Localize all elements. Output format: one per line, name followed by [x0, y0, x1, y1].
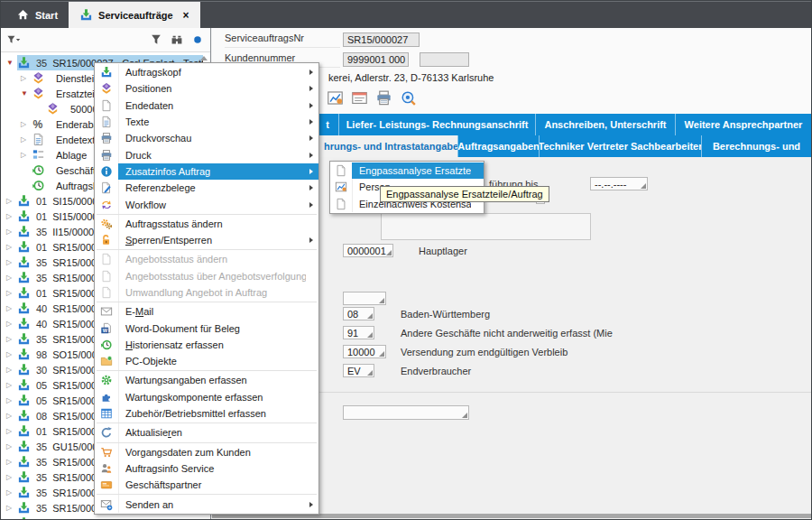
tree-row-status: 01 [36, 196, 47, 207]
expander-icon[interactable] [6, 505, 17, 512]
context-menu-item[interactable]: Zusatzinfos Auftrag [95, 163, 318, 180]
expander-icon[interactable] [21, 152, 32, 159]
scroll-up-arrow-icon[interactable] [200, 56, 208, 60]
context-menu-item[interactable]: Historiensatz erfassen [95, 337, 318, 353]
filter-dropdown-icon[interactable] [6, 33, 26, 46]
context-menu-item[interactable]: Sperren/Entsperren [95, 232, 318, 248]
tree-row-label: Ablage [56, 150, 87, 161]
context-menu-item[interactable]: Endedaten [95, 98, 318, 114]
expander-icon[interactable] [6, 382, 17, 389]
geschaeftsart-field[interactable]: 91 [343, 326, 374, 339]
expander-icon[interactable] [6, 60, 17, 67]
menu-item-label: Referenzbelege [125, 182, 306, 193]
verbraucher-field[interactable]: EV [343, 364, 374, 377]
horizontal-scrollbar[interactable] [212, 514, 811, 518]
expander-icon[interactable] [6, 474, 17, 481]
order-icon [17, 271, 31, 284]
window-tab[interactable]: Serviceaufträge × [69, 2, 200, 28]
printer-icon[interactable] [375, 89, 392, 107]
expander-icon[interactable] [6, 290, 17, 297]
context-menu-item[interactable]: Workflow [95, 196, 318, 212]
expander-icon[interactable] [21, 121, 32, 128]
context-menu-item[interactable]: Auftragsinfo Service [95, 460, 318, 477]
expander-icon[interactable] [6, 213, 17, 220]
close-icon[interactable]: × [183, 9, 189, 22]
context-menu-item[interactable]: Auftragsstatus ändern [95, 216, 318, 232]
context-menu-item[interactable]: Aktualisieren [95, 424, 318, 441]
expander-icon[interactable] [6, 274, 17, 282]
expander-icon[interactable] [21, 90, 32, 98]
expander-icon[interactable] [21, 136, 32, 144]
context-menu-item[interactable]: Zubehör/Betriebsmittel erfassen [95, 405, 318, 422]
kundennummer-suffix-field[interactable] [420, 52, 469, 67]
empty-text-box[interactable] [381, 213, 591, 240]
menu-item-label: Positionen [125, 83, 306, 94]
detail-tab[interactable]: Techniker Vertreter Sachbearbeiter [539, 135, 701, 157]
order-icon [17, 378, 31, 392]
record-icon[interactable] [190, 33, 205, 46]
expander-icon[interactable] [6, 320, 17, 328]
detail-tab[interactable]: Berechnungs- und [701, 135, 811, 157]
search-binoculars-icon[interactable] [170, 33, 184, 46]
expander-icon[interactable] [6, 259, 17, 266]
context-menu-item[interactable]: PC-Objekte [95, 353, 318, 369]
expander-icon[interactable] [6, 244, 17, 251]
bottom-combo-field[interactable] [343, 405, 469, 420]
context-menu-item[interactable]: Druck [95, 146, 318, 162]
context-menu-item[interactable]: Texte [95, 114, 318, 130]
expander-icon[interactable] [6, 397, 17, 404]
expander-icon[interactable] [21, 75, 32, 82]
order-icon [17, 56, 31, 70]
ausfuehrung-bis-date-field[interactable]: --.--.---- [590, 177, 648, 190]
region-field[interactable]: 08 [343, 307, 374, 320]
verfahren-field[interactable]: 10000 [343, 345, 386, 358]
empty-combo-field[interactable] [343, 292, 386, 305]
tree-row-status: 35 [36, 441, 47, 452]
detail-tab[interactable]: Anschreiben, Unterschrift [535, 114, 675, 135]
context-menu-item[interactable]: W Word-Dokument für Beleg [95, 320, 318, 336]
expander-icon[interactable] [6, 305, 17, 312]
expander-icon[interactable] [6, 228, 17, 236]
expander-icon[interactable] [6, 336, 17, 343]
serviceauftrag-field[interactable]: SR15/000027 [343, 32, 420, 47]
expander-icon[interactable] [6, 367, 17, 374]
lager-field[interactable]: 0000001 [343, 244, 393, 257]
tree-row[interactable]: 98 SO15/00000 [1, 515, 203, 519]
expander-icon[interactable] [6, 198, 17, 205]
order-icon [17, 409, 31, 422]
context-menu-item[interactable]: Positionen [95, 80, 318, 97]
detail-tab[interactable]: Liefer- Leistungs- Rechnungsanschrift [338, 114, 535, 135]
expander-icon[interactable] [6, 489, 17, 497]
note-icon[interactable] [351, 89, 368, 107]
submenu-item[interactable]: Engpassanalyse Ersatzteile/Auftrag [330, 162, 484, 179]
tree-row-status: 35 [36, 457, 47, 468]
expander-icon[interactable] [6, 413, 17, 420]
order-icon [17, 240, 31, 254]
context-menu-item[interactable]: Umwandlung Angebot in Auftrag [95, 284, 318, 301]
order-icon [17, 486, 31, 499]
window-tab-bar: Start Serviceaufträge × [1, 1, 811, 28]
context-menu-item[interactable]: Angebotsstatus über Angebotsverfolgung ä… [95, 268, 318, 284]
preview-icon[interactable] [400, 89, 417, 107]
window-tab[interactable]: Start [5, 2, 69, 28]
context-menu-item[interactable]: E-Mail [95, 303, 318, 320]
kundennummer-field[interactable]: 9999001 000 [343, 52, 409, 67]
expander-icon[interactable] [6, 351, 17, 358]
context-menu-item[interactable]: Senden an [95, 496, 318, 512]
expander-icon[interactable] [6, 428, 17, 435]
context-menu-item[interactable]: Wartungskomponente erfassen [95, 389, 318, 405]
detail-tab[interactable]: Weitere Ansprechpartner [675, 114, 811, 135]
chart-icon[interactable] [327, 89, 344, 107]
context-menu-item[interactable]: Wartungsangaben erfassen [95, 372, 318, 388]
context-menu-item[interactable]: Auftragskopf [95, 64, 318, 80]
menu-item-label: Geschäftspartner [125, 479, 306, 490]
context-menu-item[interactable]: Vorgangsdaten zum Kunden [95, 444, 318, 460]
context-menu-item[interactable]: Referenzbelege [95, 180, 318, 196]
detail-tab[interactable]: Auftragsangaben [457, 135, 539, 157]
context-menu-item[interactable]: Angebotsstatus ändern [95, 251, 318, 267]
filter-icon[interactable] [149, 33, 163, 46]
expander-icon[interactable] [6, 443, 17, 450]
context-menu-item[interactable]: Druckvorschau [95, 130, 318, 146]
context-menu-item[interactable]: Geschäftspartner [95, 477, 318, 493]
expander-icon[interactable] [6, 459, 17, 466]
